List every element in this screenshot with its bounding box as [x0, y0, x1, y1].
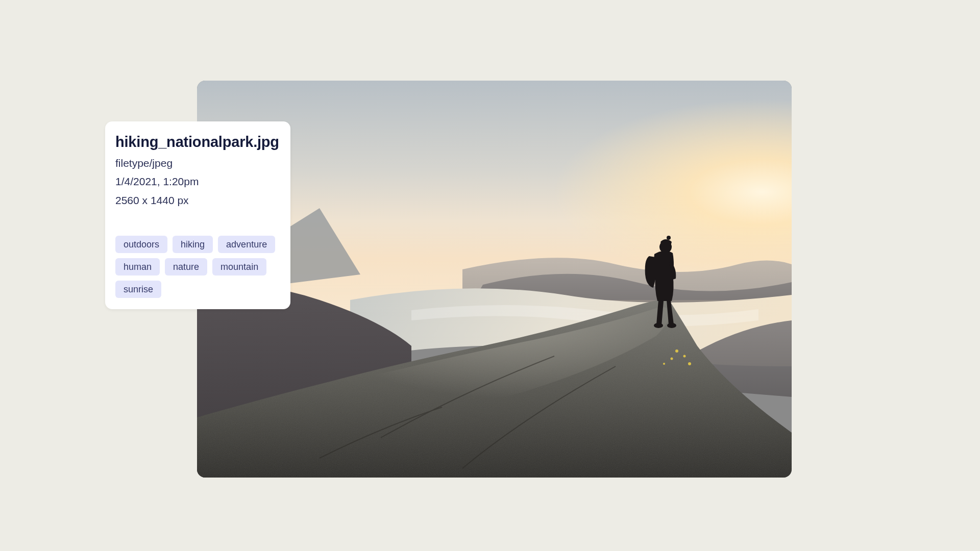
tag[interactable]: nature — [165, 258, 207, 276]
file-timestamp: 1/4/2021, 1:20pm — [115, 174, 280, 189]
tag[interactable]: human — [115, 258, 160, 276]
file-meta: filetype/jpeg 1/4/2021, 1:20pm 2560 x 14… — [115, 156, 280, 208]
file-dimensions: 2560 x 1440 px — [115, 193, 280, 208]
svg-point-4 — [671, 358, 673, 360]
tag[interactable]: hiking — [173, 236, 213, 253]
svg-point-5 — [688, 362, 691, 365]
svg-point-2 — [675, 349, 678, 353]
tag[interactable]: sunrise — [115, 281, 161, 298]
tag-list: outdoors hiking adventure human nature m… — [115, 236, 280, 298]
tag[interactable]: outdoors — [115, 236, 167, 253]
tag[interactable]: adventure — [218, 236, 275, 253]
svg-point-3 — [683, 355, 686, 358]
svg-point-6 — [663, 363, 665, 365]
file-type: filetype/jpeg — [115, 156, 280, 171]
svg-point-8 — [667, 323, 676, 328]
tag[interactable]: mountain — [212, 258, 266, 276]
file-name: hiking_nationalpark.jpg — [115, 134, 280, 151]
svg-point-7 — [654, 323, 663, 328]
file-info-card: hiking_nationalpark.jpg filetype/jpeg 1/… — [105, 121, 290, 309]
svg-point-10 — [667, 236, 671, 240]
canvas: hiking_nationalpark.jpg filetype/jpeg 1/… — [0, 0, 980, 551]
